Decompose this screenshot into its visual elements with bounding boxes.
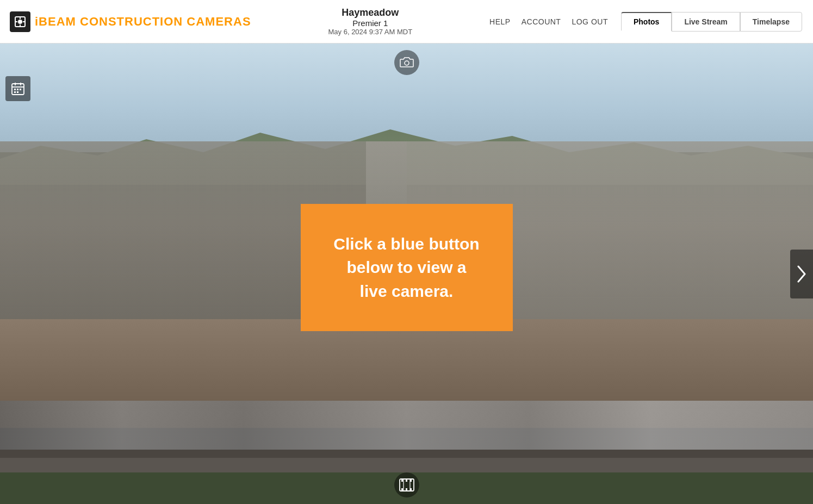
svg-rect-21 [406,488,407,491]
tab-live-stream[interactable]: Live Stream [672,12,740,32]
tab-bar: Photos Live Stream Timelapse [621,12,802,32]
camera-capture-button[interactable] [394,50,419,75]
camera-name: Premier 1 [251,18,490,28]
svg-rect-18 [406,479,407,482]
nav-right: HELP ACCOUNT LOG OUT Photos Live Stream … [489,12,813,32]
svg-point-1 [18,20,22,24]
tab-timelapse[interactable]: Timelapse [740,12,802,32]
next-arrow-button[interactable] [790,250,813,298]
logo-prefix: iBEAM [35,15,76,28]
sidewalk [0,458,813,474]
center-info: Haymeadow Premier 1 May 6, 2024 9:37 AM … [251,7,490,36]
cars-row [0,401,813,450]
overlay-message-text: Click a blue button below to view a live… [333,232,480,303]
logout-link[interactable]: LOG OUT [572,17,608,26]
header: iBEAM CONSTRUCTION CAMERAS Haymeadow Pre… [0,0,813,43]
tab-photos[interactable]: Photos [621,12,672,32]
svg-rect-15 [17,91,18,93]
svg-rect-13 [20,89,21,90]
calendar-button[interactable] [5,76,30,101]
svg-rect-17 [401,479,403,482]
filmstrip-button[interactable] [394,472,419,497]
svg-rect-12 [17,89,18,90]
svg-point-6 [405,61,409,65]
svg-rect-20 [401,488,403,491]
main-area: Click a blue button below to view a live… [0,43,813,504]
logo-suffix: CONSTRUCTION CAMERAS [76,15,251,28]
timestamp: May 6, 2024 9:37 AM MDT [251,28,490,36]
nav-links: HELP ACCOUNT LOG OUT [489,17,608,26]
logo-icon [10,11,30,32]
svg-rect-11 [14,89,16,90]
help-link[interactable]: HELP [489,17,511,26]
logo-area: iBEAM CONSTRUCTION CAMERAS [0,11,251,32]
account-link[interactable]: ACCOUNT [522,17,561,26]
site-name: Haymeadow [251,7,490,18]
logo-text: iBEAM CONSTRUCTION CAMERAS [35,15,251,29]
message-overlay: Click a blue button below to view a live… [301,204,513,332]
svg-rect-14 [14,91,16,93]
